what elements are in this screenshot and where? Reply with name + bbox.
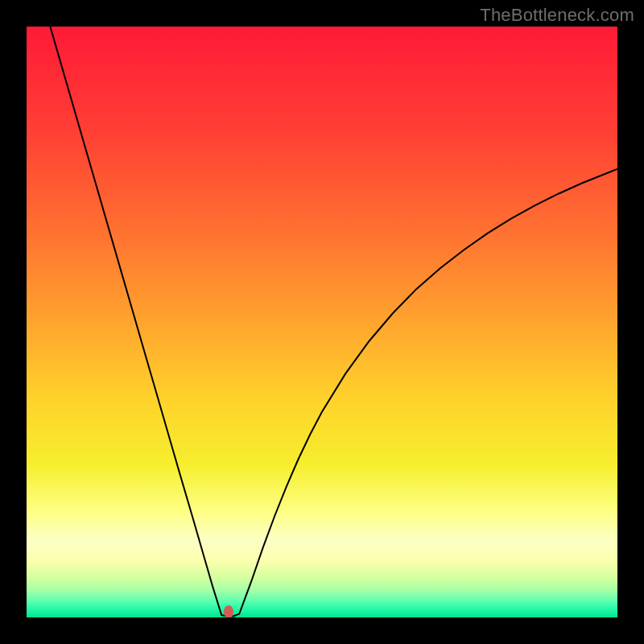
watermark-text: TheBottleneck.com: [480, 5, 634, 26]
curve-line: [27, 27, 617, 617]
minimum-marker: [224, 605, 233, 617]
chart-frame: TheBottleneck.com: [0, 0, 644, 644]
plot-area: [27, 27, 617, 617]
